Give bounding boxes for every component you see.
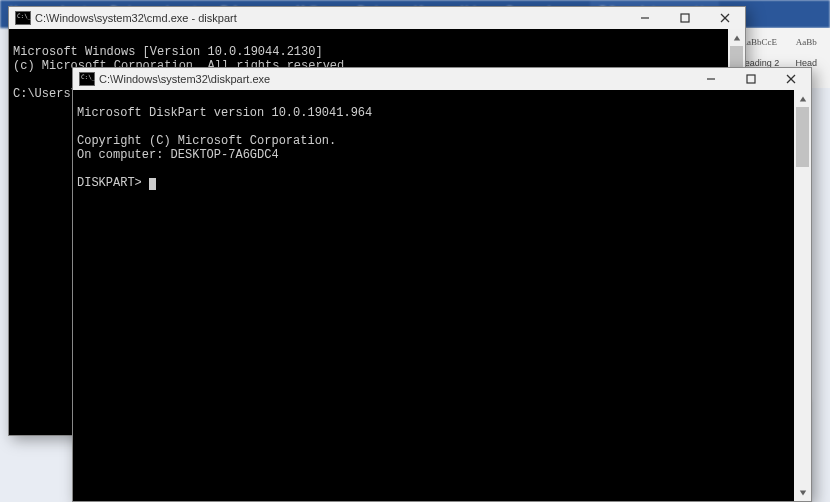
diskpart-window-title: C:\Windows\system32\diskpart.exe bbox=[99, 73, 691, 85]
diskpart-titlebar[interactable]: C:\Windows\system32\diskpart.exe bbox=[73, 68, 811, 90]
svg-marker-4 bbox=[733, 35, 739, 40]
minimize-button[interactable] bbox=[691, 68, 731, 90]
svg-rect-7 bbox=[747, 75, 755, 83]
console-text: Microsoft DiskPart version 10.0.19041.96… bbox=[77, 106, 372, 120]
diskpart-prompt: DISKPART> bbox=[77, 176, 142, 190]
scroll-up-icon[interactable] bbox=[728, 29, 745, 46]
diskpart-console-area[interactable]: Microsoft DiskPart version 10.0.19041.96… bbox=[73, 90, 811, 501]
svg-marker-11 bbox=[799, 490, 805, 495]
console-icon bbox=[15, 11, 31, 25]
cmd-titlebar[interactable]: C:\Windows\system32\cmd.exe - diskpart bbox=[9, 7, 745, 29]
diskpart-scrollbar[interactable] bbox=[794, 90, 811, 501]
close-button[interactable] bbox=[771, 68, 811, 90]
cmd-window-title: C:\Windows\system32\cmd.exe - diskpart bbox=[35, 12, 625, 24]
diskpart-window[interactable]: C:\Windows\system32\diskpart.exe Microso… bbox=[72, 67, 812, 502]
minimize-button[interactable] bbox=[625, 7, 665, 29]
close-button[interactable] bbox=[705, 7, 745, 29]
svg-marker-10 bbox=[799, 96, 805, 101]
console-text: On computer: DESKTOP-7A6GDC4 bbox=[77, 148, 279, 162]
console-text: Microsoft Windows [Version 10.0.19044.21… bbox=[13, 45, 323, 59]
svg-rect-1 bbox=[681, 14, 689, 22]
scroll-up-icon[interactable] bbox=[794, 90, 811, 107]
scroll-thumb[interactable] bbox=[796, 107, 809, 167]
maximize-button[interactable] bbox=[731, 68, 771, 90]
scroll-down-icon[interactable] bbox=[794, 484, 811, 501]
text-cursor bbox=[149, 178, 156, 190]
console-icon bbox=[79, 72, 95, 86]
maximize-button[interactable] bbox=[665, 7, 705, 29]
console-text: Copyright (C) Microsoft Corporation. bbox=[77, 134, 336, 148]
style-sample[interactable]: AaBb bbox=[783, 28, 831, 56]
